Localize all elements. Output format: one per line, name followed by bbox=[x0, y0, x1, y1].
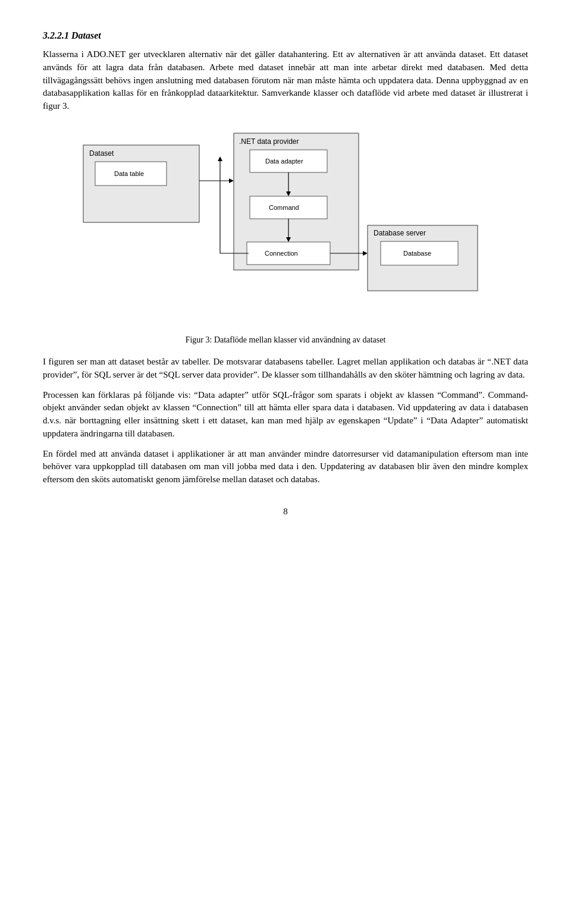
paragraph-5: En fördel med att använda dataset i appl… bbox=[43, 448, 528, 486]
paragraph-4: Processen kan förklaras på följande vis:… bbox=[43, 389, 528, 441]
diagram-container: Dataset Data table .NET data provider Da… bbox=[43, 127, 528, 329]
svg-marker-13 bbox=[363, 251, 368, 256]
paragraph-1: Klasserna i ADO.NET ger utvecklaren alte… bbox=[43, 48, 528, 113]
net-provider-label: .NET data provider bbox=[239, 137, 299, 146]
paragraph-3: I figuren ser man att dataset består av … bbox=[43, 356, 528, 382]
command-label: Command bbox=[269, 204, 299, 211]
data-adapter-label: Data adapter bbox=[265, 158, 303, 165]
section-heading: 3.2.2.1 Dataset bbox=[43, 29, 528, 42]
architecture-diagram: Dataset Data table .NET data provider Da… bbox=[77, 127, 494, 329]
svg-marker-16 bbox=[218, 156, 222, 161]
page-number: 8 bbox=[43, 505, 528, 518]
svg-marker-3 bbox=[229, 178, 234, 183]
data-table-label: Data table bbox=[114, 170, 144, 177]
database-label: Database bbox=[403, 250, 431, 257]
db-server-label: Database server bbox=[374, 229, 426, 237]
figure-caption: Figur 3: Dataflöde mellan klasser vid an… bbox=[43, 334, 528, 346]
dataset-label: Dataset bbox=[89, 149, 114, 158]
connection-label: Connection bbox=[265, 250, 298, 257]
